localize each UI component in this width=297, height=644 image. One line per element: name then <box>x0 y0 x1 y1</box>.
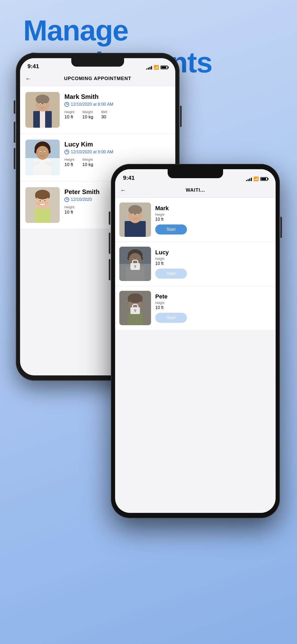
nav-bar-2: ← WAITI... <box>115 183 276 198</box>
patient-name-2: Lucy Kim <box>64 141 170 148</box>
svg-rect-59 <box>135 266 136 268</box>
svg-rect-37 <box>125 221 146 237</box>
start-button-2[interactable]: Start <box>155 269 187 279</box>
mute-button[interactable] <box>14 100 15 114</box>
clock-icon-3 <box>64 197 69 202</box>
waiting-info-3: Pete Height 10 ft Start <box>155 293 271 323</box>
lock-overlay-2 <box>119 247 151 281</box>
volume-down-button[interactable] <box>14 148 15 169</box>
start-button-1[interactable]: Start <box>155 224 187 234</box>
waiting-photo-3 <box>119 291 151 325</box>
vital-row-sm-3: Height 10 ft <box>155 301 271 310</box>
back-button-2[interactable]: ← <box>120 187 126 194</box>
svg-point-21 <box>40 152 41 153</box>
waiting-item-1[interactable]: Mark Height 10 ft Start <box>115 198 276 242</box>
lock-overlay-3 <box>119 291 151 325</box>
svg-rect-73 <box>135 310 136 312</box>
svg-point-42 <box>133 214 134 215</box>
waiting-info-2: Lucy Height 10 ft Start <box>155 249 271 279</box>
signal-icon-1 <box>146 65 152 70</box>
battery-icon-2 <box>260 177 268 181</box>
nav-title-1: UPCOMING APPOINTMENT <box>64 76 131 81</box>
back-button-1[interactable]: ← <box>25 75 31 82</box>
power-button-2[interactable] <box>280 217 282 238</box>
vital-height-1: Height 10 ft <box>64 110 74 120</box>
waiting-photo-1 <box>119 203 151 237</box>
wifi-icon-1: 📶 <box>154 65 159 70</box>
patient-photo-2 <box>25 140 60 175</box>
waiting-list: Mark Height 10 ft Start <box>115 198 276 330</box>
status-icons-2: 📶 <box>246 176 268 181</box>
svg-point-22 <box>44 152 45 153</box>
appointment-date-2: 12/10/2020 at 9:00 AM <box>71 150 113 154</box>
svg-point-32 <box>40 200 41 201</box>
patient-name-1: Mark Smith <box>64 93 170 100</box>
status-time-2: 9:41 <box>123 174 135 181</box>
nav-title-2: WAITI... <box>186 187 205 193</box>
svg-rect-3 <box>40 111 45 128</box>
nav-bar-1: ← UPCOMING APPOINTMENT <box>20 71 175 86</box>
vitals-row-1: Height 10 ft Weight 10 kg BMI 30 <box>64 110 170 120</box>
volume-down-button-2[interactable] <box>109 259 110 280</box>
patient-photo-3 <box>25 187 60 223</box>
waiting-item-3[interactable]: Pete Height 10 ft Start <box>115 286 276 330</box>
phone-2-body: 9:41 📶 ← WAITI... <box>111 164 280 518</box>
phone-1-notch <box>71 58 124 67</box>
volume-up-button-2[interactable] <box>109 233 110 254</box>
patient-info-1: Mark Smith 12/10/2020 at 8:00 AM Height … <box>64 92 170 120</box>
appointment-time-1: 12/10/2020 at 8:00 AM <box>64 102 170 107</box>
phone-2-notch <box>168 169 223 178</box>
waiting-info-1: Mark Height 10 ft Start <box>155 205 271 234</box>
svg-point-39 <box>128 205 142 215</box>
lock-icon-3 <box>129 301 141 315</box>
patient-info-2: Lucy Kim 12/10/2020 at 9:00 AM Height 10… <box>64 140 170 167</box>
svg-point-35 <box>45 202 49 204</box>
waiting-name-3: Pete <box>155 293 271 300</box>
mute-button-2[interactable] <box>109 211 110 225</box>
svg-point-8 <box>40 104 41 105</box>
vital-row-sm-1: Height 10 ft <box>155 213 271 222</box>
signal-icon-2 <box>246 177 252 181</box>
vital-height-3: Height 10 ft <box>64 205 74 215</box>
start-button-3[interactable]: Start <box>155 313 187 323</box>
waiting-name-2: Lucy <box>155 249 271 256</box>
battery-icon-1 <box>161 66 168 69</box>
svg-point-43 <box>137 214 138 215</box>
wifi-icon-2: 📶 <box>253 176 259 181</box>
phone-2-screen: 9:41 📶 ← WAITI... <box>115 169 276 513</box>
vital-height-2: Height 10 ft <box>64 158 74 167</box>
waiting-name-1: Mark <box>155 205 271 212</box>
svg-point-5 <box>36 95 49 104</box>
status-icons-1: 📶 <box>146 65 168 70</box>
appointment-item-1[interactable]: Mark Smith 12/10/2020 at 8:00 AM Height … <box>20 86 175 134</box>
svg-point-34 <box>36 202 40 204</box>
waiting-item-2[interactable]: Lucy Height 10 ft Start <box>115 242 276 286</box>
svg-rect-12 <box>33 159 52 175</box>
appointment-date-3: 12/10/2020 <box>71 197 92 202</box>
lock-icon-2 <box>129 257 141 270</box>
waiting-photo-2 <box>119 247 151 281</box>
svg-rect-26 <box>35 208 50 223</box>
status-time-1: 9:41 <box>27 63 39 70</box>
patient-photo-1 <box>25 92 60 128</box>
appointment-time-2: 12/10/2020 at 9:00 AM <box>64 150 170 154</box>
power-button[interactable] <box>180 106 182 127</box>
svg-point-33 <box>44 200 45 201</box>
svg-point-18 <box>36 146 49 160</box>
phone-2: 9:41 📶 ← WAITI... <box>111 164 280 518</box>
svg-point-29 <box>35 190 50 199</box>
clock-icon-2 <box>64 150 69 154</box>
appointment-date-1: 12/10/2020 at 8:00 AM <box>71 102 113 107</box>
svg-point-9 <box>44 104 45 105</box>
vital-weight-2: Weight 10 kg <box>82 158 93 167</box>
volume-up-button[interactable] <box>14 122 15 143</box>
vital-bmi-1: BMI 30 <box>101 110 107 120</box>
vital-weight-1: Weight 10 kg <box>82 110 93 120</box>
clock-icon-1 <box>64 102 69 107</box>
vital-row-sm-2: Height 10 ft <box>155 257 271 266</box>
